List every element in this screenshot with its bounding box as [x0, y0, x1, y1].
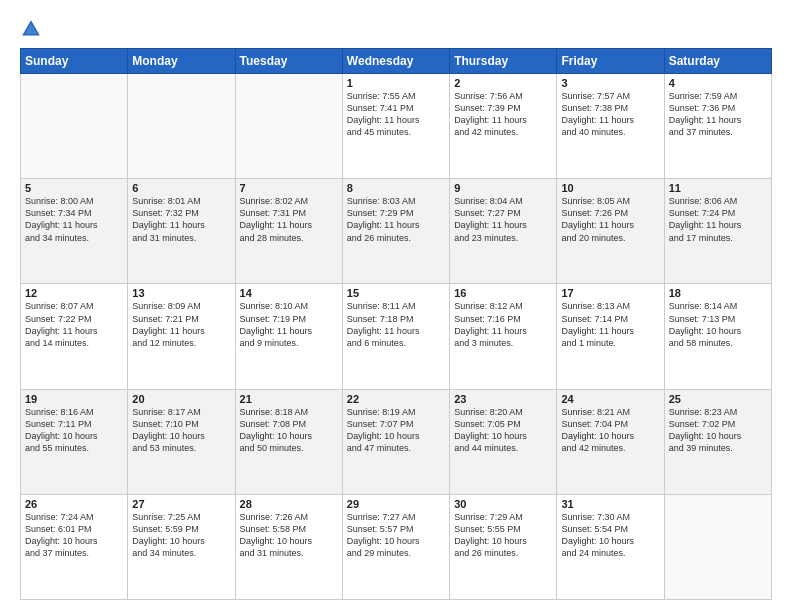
weekday-header: Tuesday: [235, 49, 342, 74]
calendar-cell: 27Sunrise: 7:25 AM Sunset: 5:59 PM Dayli…: [128, 494, 235, 599]
day-info: Sunrise: 8:12 AM Sunset: 7:16 PM Dayligh…: [454, 300, 552, 349]
day-info: Sunrise: 7:27 AM Sunset: 5:57 PM Dayligh…: [347, 511, 445, 560]
day-info: Sunrise: 8:19 AM Sunset: 7:07 PM Dayligh…: [347, 406, 445, 455]
day-info: Sunrise: 8:17 AM Sunset: 7:10 PM Dayligh…: [132, 406, 230, 455]
day-number: 19: [25, 393, 123, 405]
calendar-cell: 7Sunrise: 8:02 AM Sunset: 7:31 PM Daylig…: [235, 179, 342, 284]
weekday-header: Thursday: [450, 49, 557, 74]
day-number: 12: [25, 287, 123, 299]
calendar-cell: 9Sunrise: 8:04 AM Sunset: 7:27 PM Daylig…: [450, 179, 557, 284]
day-number: 5: [25, 182, 123, 194]
day-info: Sunrise: 7:55 AM Sunset: 7:41 PM Dayligh…: [347, 90, 445, 139]
day-info: Sunrise: 8:02 AM Sunset: 7:31 PM Dayligh…: [240, 195, 338, 244]
day-info: Sunrise: 8:00 AM Sunset: 7:34 PM Dayligh…: [25, 195, 123, 244]
day-info: Sunrise: 7:25 AM Sunset: 5:59 PM Dayligh…: [132, 511, 230, 560]
calendar-week-row: 26Sunrise: 7:24 AM Sunset: 6:01 PM Dayli…: [21, 494, 772, 599]
day-info: Sunrise: 7:26 AM Sunset: 5:58 PM Dayligh…: [240, 511, 338, 560]
day-info: Sunrise: 8:16 AM Sunset: 7:11 PM Dayligh…: [25, 406, 123, 455]
day-number: 25: [669, 393, 767, 405]
day-info: Sunrise: 7:29 AM Sunset: 5:55 PM Dayligh…: [454, 511, 552, 560]
calendar-cell: 12Sunrise: 8:07 AM Sunset: 7:22 PM Dayli…: [21, 284, 128, 389]
day-number: 15: [347, 287, 445, 299]
day-info: Sunrise: 7:57 AM Sunset: 7:38 PM Dayligh…: [561, 90, 659, 139]
calendar-cell: 5Sunrise: 8:00 AM Sunset: 7:34 PM Daylig…: [21, 179, 128, 284]
calendar-cell: 18Sunrise: 8:14 AM Sunset: 7:13 PM Dayli…: [664, 284, 771, 389]
day-number: 10: [561, 182, 659, 194]
calendar-cell: 16Sunrise: 8:12 AM Sunset: 7:16 PM Dayli…: [450, 284, 557, 389]
header: [20, 18, 772, 40]
day-number: 11: [669, 182, 767, 194]
day-number: 22: [347, 393, 445, 405]
logo: [20, 18, 46, 40]
calendar-table: SundayMondayTuesdayWednesdayThursdayFrid…: [20, 48, 772, 600]
day-number: 2: [454, 77, 552, 89]
day-info: Sunrise: 8:01 AM Sunset: 7:32 PM Dayligh…: [132, 195, 230, 244]
day-number: 23: [454, 393, 552, 405]
day-info: Sunrise: 7:56 AM Sunset: 7:39 PM Dayligh…: [454, 90, 552, 139]
day-number: 9: [454, 182, 552, 194]
day-number: 26: [25, 498, 123, 510]
calendar-cell: 21Sunrise: 8:18 AM Sunset: 7:08 PM Dayli…: [235, 389, 342, 494]
calendar-cell: 1Sunrise: 7:55 AM Sunset: 7:41 PM Daylig…: [342, 74, 449, 179]
day-number: 4: [669, 77, 767, 89]
day-info: Sunrise: 8:13 AM Sunset: 7:14 PM Dayligh…: [561, 300, 659, 349]
day-number: 24: [561, 393, 659, 405]
calendar-week-row: 5Sunrise: 8:00 AM Sunset: 7:34 PM Daylig…: [21, 179, 772, 284]
logo-icon: [20, 18, 42, 40]
day-number: 18: [669, 287, 767, 299]
day-number: 1: [347, 77, 445, 89]
day-info: Sunrise: 7:24 AM Sunset: 6:01 PM Dayligh…: [25, 511, 123, 560]
day-info: Sunrise: 7:59 AM Sunset: 7:36 PM Dayligh…: [669, 90, 767, 139]
calendar-cell: 13Sunrise: 8:09 AM Sunset: 7:21 PM Dayli…: [128, 284, 235, 389]
day-info: Sunrise: 8:06 AM Sunset: 7:24 PM Dayligh…: [669, 195, 767, 244]
day-number: 16: [454, 287, 552, 299]
weekday-header: Monday: [128, 49, 235, 74]
day-number: 3: [561, 77, 659, 89]
calendar-cell: 19Sunrise: 8:16 AM Sunset: 7:11 PM Dayli…: [21, 389, 128, 494]
day-number: 20: [132, 393, 230, 405]
calendar-week-row: 19Sunrise: 8:16 AM Sunset: 7:11 PM Dayli…: [21, 389, 772, 494]
calendar-cell: 20Sunrise: 8:17 AM Sunset: 7:10 PM Dayli…: [128, 389, 235, 494]
calendar-cell: 28Sunrise: 7:26 AM Sunset: 5:58 PM Dayli…: [235, 494, 342, 599]
calendar-cell: 25Sunrise: 8:23 AM Sunset: 7:02 PM Dayli…: [664, 389, 771, 494]
calendar-cell: 31Sunrise: 7:30 AM Sunset: 5:54 PM Dayli…: [557, 494, 664, 599]
weekday-header: Sunday: [21, 49, 128, 74]
day-info: Sunrise: 7:30 AM Sunset: 5:54 PM Dayligh…: [561, 511, 659, 560]
day-info: Sunrise: 8:23 AM Sunset: 7:02 PM Dayligh…: [669, 406, 767, 455]
calendar-cell: 24Sunrise: 8:21 AM Sunset: 7:04 PM Dayli…: [557, 389, 664, 494]
calendar-cell: 26Sunrise: 7:24 AM Sunset: 6:01 PM Dayli…: [21, 494, 128, 599]
calendar-cell: 23Sunrise: 8:20 AM Sunset: 7:05 PM Dayli…: [450, 389, 557, 494]
calendar-cell: 10Sunrise: 8:05 AM Sunset: 7:26 PM Dayli…: [557, 179, 664, 284]
day-info: Sunrise: 8:20 AM Sunset: 7:05 PM Dayligh…: [454, 406, 552, 455]
day-number: 30: [454, 498, 552, 510]
calendar-cell: 3Sunrise: 7:57 AM Sunset: 7:38 PM Daylig…: [557, 74, 664, 179]
day-info: Sunrise: 8:10 AM Sunset: 7:19 PM Dayligh…: [240, 300, 338, 349]
calendar-cell: 8Sunrise: 8:03 AM Sunset: 7:29 PM Daylig…: [342, 179, 449, 284]
day-number: 6: [132, 182, 230, 194]
day-info: Sunrise: 8:03 AM Sunset: 7:29 PM Dayligh…: [347, 195, 445, 244]
day-number: 21: [240, 393, 338, 405]
day-number: 29: [347, 498, 445, 510]
day-info: Sunrise: 8:04 AM Sunset: 7:27 PM Dayligh…: [454, 195, 552, 244]
calendar-cell: 30Sunrise: 7:29 AM Sunset: 5:55 PM Dayli…: [450, 494, 557, 599]
calendar-cell: 2Sunrise: 7:56 AM Sunset: 7:39 PM Daylig…: [450, 74, 557, 179]
calendar-cell: 11Sunrise: 8:06 AM Sunset: 7:24 PM Dayli…: [664, 179, 771, 284]
day-number: 8: [347, 182, 445, 194]
day-info: Sunrise: 8:09 AM Sunset: 7:21 PM Dayligh…: [132, 300, 230, 349]
calendar-cell: [235, 74, 342, 179]
day-number: 28: [240, 498, 338, 510]
weekday-header: Saturday: [664, 49, 771, 74]
calendar-week-row: 12Sunrise: 8:07 AM Sunset: 7:22 PM Dayli…: [21, 284, 772, 389]
calendar-cell: 17Sunrise: 8:13 AM Sunset: 7:14 PM Dayli…: [557, 284, 664, 389]
day-info: Sunrise: 8:18 AM Sunset: 7:08 PM Dayligh…: [240, 406, 338, 455]
day-info: Sunrise: 8:14 AM Sunset: 7:13 PM Dayligh…: [669, 300, 767, 349]
day-info: Sunrise: 8:11 AM Sunset: 7:18 PM Dayligh…: [347, 300, 445, 349]
day-number: 13: [132, 287, 230, 299]
calendar-cell: 15Sunrise: 8:11 AM Sunset: 7:18 PM Dayli…: [342, 284, 449, 389]
calendar-cell: 14Sunrise: 8:10 AM Sunset: 7:19 PM Dayli…: [235, 284, 342, 389]
weekday-header: Wednesday: [342, 49, 449, 74]
page: SundayMondayTuesdayWednesdayThursdayFrid…: [0, 0, 792, 612]
day-info: Sunrise: 8:21 AM Sunset: 7:04 PM Dayligh…: [561, 406, 659, 455]
calendar-header-row: SundayMondayTuesdayWednesdayThursdayFrid…: [21, 49, 772, 74]
calendar-cell: [21, 74, 128, 179]
